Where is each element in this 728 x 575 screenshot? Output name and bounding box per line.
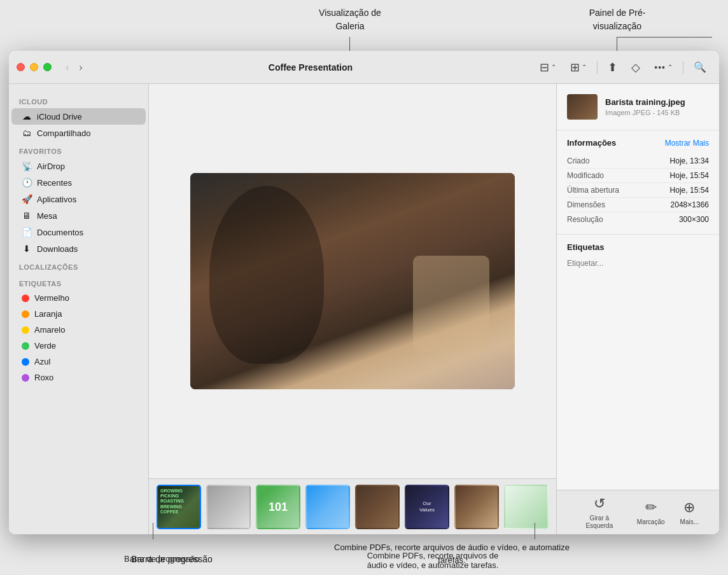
more-actions-button[interactable]: ⊕ Mais... [673, 495, 706, 530]
icloud-drive-icon: ☁ [22, 111, 32, 121]
thumbnail-7[interactable] [454, 485, 499, 529]
gallery-view-annotation: Visualização de Galeria [312, 6, 388, 33]
thumbnail-strip: GROWINGPICKINGROASTINGBREWINGCOFFEE 101 … [149, 478, 556, 534]
main-content: GROWINGPICKINGROASTINGBREWINGCOFFEE 101 … [149, 84, 556, 534]
airdrop-icon: 📡 [22, 161, 32, 171]
info-row-resolucao: Resolução 300×300 [567, 212, 709, 226]
tag-icon: ◇ [631, 60, 640, 74]
recentes-icon: 🕐 [22, 177, 32, 188]
forward-button[interactable]: › [75, 59, 86, 76]
mesa-icon: 🖥 [22, 211, 32, 221]
info-header: Informações Mostrar Mais [567, 138, 709, 148]
downloads-icon: ⬇ [22, 244, 32, 254]
view-toggle-chevron: ⌃ [551, 64, 556, 71]
preview-annotation-line-h [617, 37, 712, 38]
more-button[interactable]: ••• ⌃ [649, 60, 678, 75]
sidebar-item-amarelo[interactable]: Amarelo [11, 322, 146, 338]
airdrop-label: AirDrop [37, 162, 65, 171]
sidebar-item-roxo[interactable]: Roxo [11, 370, 146, 385]
info-row-modificado: Modificado Hoje, 15:54 [567, 169, 709, 183]
combine-text: Combine PDFs, recorte arquivos deáudio e… [312, 551, 554, 570]
documentos-label: Documentos [37, 228, 83, 237]
rotate-left-button[interactable]: ↺ Girar à Esquerda [570, 492, 629, 534]
thumbnail-2[interactable] [206, 485, 251, 529]
back-button[interactable]: ‹ [62, 59, 73, 76]
sidebar-item-aplicativos[interactable]: 🚀 Aplicativos [11, 191, 146, 207]
minimize-button[interactable] [30, 63, 38, 71]
info-val-dimensoes: 2048×1366 [671, 200, 709, 209]
view-toggle-button[interactable]: ⊟ ⌃ [535, 58, 561, 77]
thumbnail-8[interactable] [504, 485, 549, 529]
laranja-label: Laranja [34, 309, 62, 319]
toolbar-divider-1 [597, 61, 598, 74]
more-chevron: ⌃ [668, 64, 673, 71]
info-key-modificado: Modificado [567, 171, 604, 180]
vermelho-label: Vermelho [34, 293, 69, 303]
preview-panel: Barista training.jpeg Imagem JPEG - 145 … [556, 84, 719, 534]
markup-button[interactable]: ✏ Marcação [629, 495, 673, 530]
thumbnail-1[interactable]: GROWINGPICKINGROASTINGBREWINGCOFFEE [157, 485, 201, 529]
group-by-button[interactable]: ⊞ ⌃ [565, 58, 592, 77]
sidebar-item-mesa[interactable]: 🖥 Mesa [11, 207, 146, 224]
info-val-resolucao: 300×300 [679, 215, 709, 224]
thumbnail-4[interactable] [305, 485, 350, 529]
sidebar-item-downloads[interactable]: ⬇ Downloads [11, 240, 146, 257]
sidebar-item-compartilhado[interactable]: 🗂 Compartilhado [11, 125, 146, 141]
etiquetas-section-title: Etiquetas [9, 274, 148, 290]
info-section: Informações Mostrar Mais Criado Hoje, 13… [557, 130, 719, 235]
thumbnail-5[interactable] [355, 485, 400, 529]
sidebar-item-icloud-drive[interactable]: ☁ iCloud Drive [11, 108, 146, 125]
close-button[interactable] [17, 63, 25, 71]
icloud-section-title: iCloud [9, 92, 148, 108]
aplicativos-label: Aplicativos [37, 195, 76, 204]
nav-buttons: ‹ › [62, 59, 87, 76]
info-key-criado: Criado [567, 156, 589, 165]
search-button[interactable]: 🔍 [689, 59, 711, 76]
sidebar-item-documentos[interactable]: 📄 Documentos [11, 224, 146, 240]
more-actions-icon: ⊕ [683, 499, 695, 516]
info-row-dimensoes: Dimensões 2048×1366 [567, 198, 709, 212]
preview-header: Barista training.jpeg Imagem JPEG - 145 … [557, 84, 719, 130]
thumbnail-6[interactable]: OurValues [405, 485, 449, 529]
compartilhado-label: Compartilhado [37, 128, 91, 138]
info-val-modificado: Hoje, 15:54 [670, 171, 709, 180]
sidebar-item-airdrop[interactable]: 📡 AirDrop [11, 158, 146, 174]
more-icon: ••• [654, 62, 666, 73]
action-bar: ↺ Girar à Esquerda ✏ Marcação ⊕ Mais... [557, 490, 719, 534]
markup-label: Marcação [637, 518, 665, 526]
info-key-resolucao: Resolução [567, 215, 603, 224]
info-key-dimensoes: Dimensões [567, 200, 605, 209]
preview-file-info: Barista training.jpeg Imagem JPEG - 145 … [605, 97, 709, 117]
verde-dot [22, 342, 29, 350]
tag-button[interactable]: ◇ [626, 58, 645, 77]
content-area: iCloud ☁ iCloud Drive 🗂 Compartilhado Fa… [9, 84, 719, 534]
progress-bar-text: Barra de progressão [124, 554, 200, 564]
gallery-annotation-line [349, 37, 350, 52]
laranja-dot [22, 310, 29, 318]
compartilhado-icon: 🗂 [22, 128, 32, 138]
roxo-dot [22, 374, 29, 382]
thumbnail-3[interactable]: 101 [256, 485, 300, 529]
sidebar: iCloud ☁ iCloud Drive 🗂 Compartilhado Fa… [9, 84, 149, 534]
icloud-drive-label: iCloud Drive [37, 112, 82, 121]
sidebar-item-azul[interactable]: Azul [11, 354, 146, 370]
view-toggle-icon: ⊟ [540, 60, 549, 74]
toolbar-divider-2 [683, 61, 683, 74]
search-icon: 🔍 [694, 61, 706, 73]
combine-annotation: Combine PDFs, recorte arquivos de áudio … [331, 541, 573, 566]
sidebar-item-verde[interactable]: Verde [11, 338, 146, 354]
fullscreen-button[interactable] [43, 63, 52, 71]
sidebar-item-vermelho[interactable]: Vermelho [11, 290, 146, 306]
amarelo-dot [22, 326, 29, 334]
info-more-button[interactable]: Mostrar Mais [665, 139, 709, 148]
mesa-label: Mesa [37, 211, 57, 221]
preview-spacer [557, 276, 719, 490]
vermelho-dot [22, 294, 29, 302]
sidebar-item-recentes[interactable]: 🕐 Recentes [11, 174, 146, 191]
sidebar-item-laranja[interactable]: Laranja [11, 306, 146, 322]
markup-icon: ✏ [645, 499, 657, 516]
share-button[interactable]: ⬆ [603, 58, 622, 77]
toolbar-right: ⊟ ⌃ ⊞ ⌃ ⬆ ◇ ••• ⌃ 🔍 [535, 58, 711, 77]
progress-bar-annotation: Barra de progressão [115, 553, 229, 566]
tags-input[interactable] [567, 259, 662, 268]
